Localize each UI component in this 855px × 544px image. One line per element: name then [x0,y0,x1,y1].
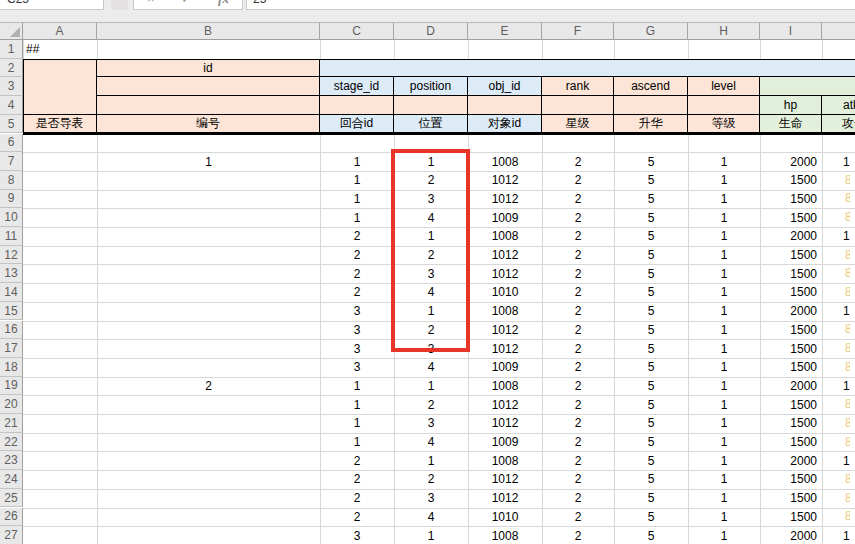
cell-E23[interactable]: 1008 [468,451,542,470]
row-header-27[interactable]: 27 [0,526,23,544]
cell-E14[interactable]: 1010 [468,283,542,302]
row-header-18[interactable]: 18 [0,358,23,377]
cell-F13[interactable]: 2 [542,264,614,283]
column-header-F[interactable]: F [542,22,614,40]
row-header-19[interactable]: 19 [0,377,23,396]
cell-E27[interactable]: 1008 [468,526,542,544]
cell-G9[interactable]: 5 [614,190,688,209]
cell-C17[interactable]: 3 [320,339,394,358]
cell-I21[interactable]: 1500 [760,414,822,433]
cell-G10[interactable]: 5 [614,208,688,227]
header-cell-number[interactable]: 编号 [97,115,320,134]
row-header-10[interactable]: 10 [0,208,23,227]
header-cell-export-flag[interactable]: 是否导表 [23,115,97,134]
cell-E20[interactable]: 1012 [468,395,542,414]
cell-J7[interactable]: 1 [822,152,855,171]
header-cell-g4[interactable] [614,96,688,115]
cell-J21[interactable]: 8 [822,414,855,433]
cell-I17[interactable]: 1500 [760,339,822,358]
cell-F23[interactable]: 2 [542,451,614,470]
cell-D21[interactable]: 3 [394,414,468,433]
cell-C18[interactable]: 3 [320,358,394,377]
cell-G12[interactable]: 5 [614,246,688,265]
cell-I12[interactable]: 1500 [760,246,822,265]
cancel-icon[interactable]: × [147,0,155,6]
cell-E10[interactable]: 1009 [468,208,542,227]
cell-J26[interactable]: 8 [822,508,855,527]
cell-C12[interactable]: 2 [320,246,394,265]
cell-F16[interactable]: 2 [542,321,614,340]
cell-D19[interactable]: 1 [394,377,468,396]
header-cell-sublimation[interactable]: 升华 [614,115,688,134]
row-header-7[interactable]: 7 [0,152,23,171]
cell-E19[interactable]: 1008 [468,377,542,396]
cell-E26[interactable]: 1010 [468,508,542,527]
cell-I27[interactable]: 2000 [760,526,822,544]
cell-I20[interactable]: 1500 [760,395,822,414]
cell-J10[interactable]: 8 [822,208,855,227]
formula-input[interactable]: 25 [246,0,855,10]
header-cell-id[interactable]: id [97,59,320,78]
cell-F18[interactable]: 2 [542,358,614,377]
cell-A1[interactable]: ## [23,40,97,59]
cell-G24[interactable]: 5 [614,470,688,489]
cell-G7[interactable]: 5 [614,152,688,171]
header-cell-f4[interactable] [542,96,614,115]
header-cell-atk[interactable]: atk [822,96,855,115]
column-header-A[interactable]: A [23,22,97,40]
cell-E8[interactable]: 1012 [468,171,542,190]
header-cell-position-cn[interactable]: 位置 [394,115,468,134]
cell-G17[interactable]: 5 [614,339,688,358]
cell-H10[interactable]: 1 [688,208,760,227]
cell-J14[interactable]: 8 [822,283,855,302]
row-header-14[interactable]: 14 [0,283,23,302]
cell-I11[interactable]: 2000 [760,227,822,246]
cell-H25[interactable]: 1 [688,489,760,508]
column-header-I[interactable]: I [760,22,822,40]
cell-F15[interactable]: 2 [542,302,614,321]
cell-C8[interactable]: 1 [320,171,394,190]
cell-C24[interactable]: 2 [320,470,394,489]
column-header-G[interactable]: G [614,22,688,40]
cell-E13[interactable]: 1012 [468,264,542,283]
row-header-16[interactable]: 16 [0,321,23,340]
cell-C10[interactable]: 1 [320,208,394,227]
cell-J25[interactable]: 8 [822,489,855,508]
header-cell-i3j3[interactable] [760,77,855,96]
cell-F8[interactable]: 2 [542,171,614,190]
cell-J22[interactable]: 8 [822,433,855,452]
cell-E16[interactable]: 1012 [468,321,542,340]
cell-C20[interactable]: 1 [320,395,394,414]
header-cell-position[interactable]: position [394,77,468,96]
cell-F7[interactable]: 2 [542,152,614,171]
cell-C19[interactable]: 1 [320,377,394,396]
cell-C7[interactable]: 1 [320,152,394,171]
cell-J9[interactable]: 8 [822,190,855,209]
column-header-E[interactable]: E [468,22,542,40]
cell-J27[interactable]: 1 [822,526,855,544]
cell-D26[interactable]: 4 [394,508,468,527]
cell-F12[interactable]: 2 [542,246,614,265]
cell-C25[interactable]: 2 [320,489,394,508]
header-cell-b3[interactable] [97,77,320,96]
cell-I9[interactable]: 1500 [760,190,822,209]
cell-E25[interactable]: 1012 [468,489,542,508]
row-header-20[interactable]: 20 [0,395,23,414]
cell-H26[interactable]: 1 [688,508,760,527]
cell-C11[interactable]: 2 [320,227,394,246]
cell-J13[interactable]: 8 [822,264,855,283]
cell-I14[interactable]: 1500 [760,283,822,302]
row-header-11[interactable]: 11 [0,227,23,246]
corner-cell[interactable] [0,22,23,40]
row-header-23[interactable]: 23 [0,451,23,470]
cell-C21[interactable]: 1 [320,414,394,433]
name-box-splitter[interactable] [111,0,128,10]
cell-F9[interactable]: 2 [542,190,614,209]
cell-I22[interactable]: 1500 [760,433,822,452]
name-box[interactable]: C25 [0,0,104,10]
cell-G13[interactable]: 5 [614,264,688,283]
header-band-row2[interactable] [320,59,855,78]
cell-B19[interactable]: 2 [97,377,320,396]
cell-E11[interactable]: 1008 [468,227,542,246]
cell-C23[interactable]: 2 [320,451,394,470]
